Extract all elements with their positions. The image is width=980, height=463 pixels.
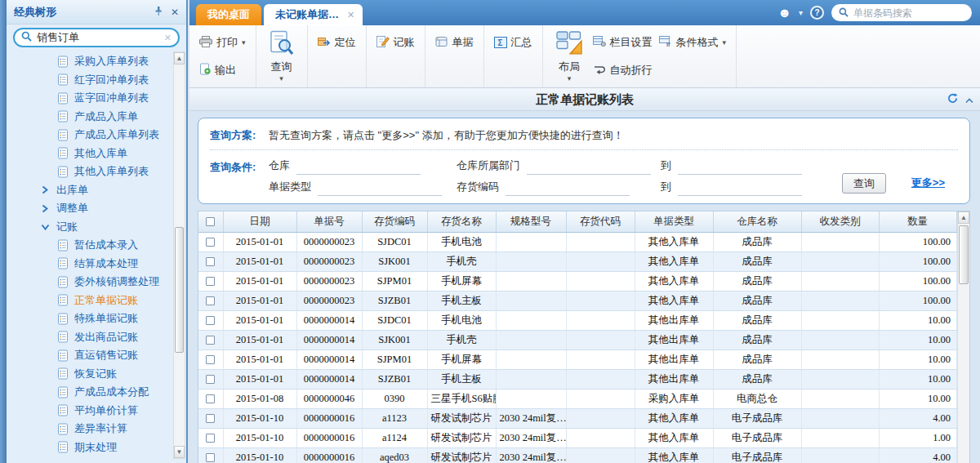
print-button[interactable]: 打印 ▾ [196, 33, 249, 51]
sidebar-item-node[interactable]: 结算成本处理 [7, 255, 186, 274]
inventory-code-input[interactable] [506, 180, 630, 196]
column-header[interactable]: 单据号 [296, 211, 362, 232]
doc-type-input[interactable] [318, 180, 442, 196]
collapse-chevron-icon[interactable] [965, 88, 973, 111]
conditional-format-button[interactable]: If 条件格式 ▾ [656, 33, 730, 51]
tab-close-icon[interactable]: ✕ [347, 10, 354, 20]
sidebar-item-node[interactable]: 其他入库单 [7, 145, 186, 163]
row-checkbox[interactable] [206, 414, 215, 423]
row-checkbox[interactable] [206, 375, 215, 384]
grid-scroll-thumb[interactable] [959, 225, 969, 284]
table-row: 2015-01-010000000023SJPM01手机屏幕其他入库单成品库10… [198, 271, 957, 291]
tab-unbooked-documents[interactable]: 未记账单据… ✕ [264, 4, 363, 25]
warehouse-input[interactable] [296, 158, 421, 175]
more-link[interactable]: 更多>> [911, 176, 945, 190]
barcode-search-input[interactable] [853, 7, 964, 19]
tab-my-desktop[interactable]: 我的桌面 [196, 4, 261, 25]
sidebar-item-node[interactable]: 期末处理 [7, 439, 186, 457]
sidebar-item-node[interactable]: 调整单 [7, 199, 186, 218]
row-checkbox[interactable] [206, 355, 215, 364]
refresh-icon[interactable] [947, 88, 958, 111]
sidebar-close-icon[interactable]: ✕ [171, 7, 179, 17]
row-checkbox[interactable] [206, 316, 215, 325]
row-checkbox[interactable] [206, 336, 215, 345]
sidebar-search-input[interactable] [37, 32, 159, 44]
sidebar-item-node[interactable]: 恢复记账 [7, 365, 186, 384]
sidebar-item-node[interactable]: 产成品入库单 [7, 108, 186, 127]
sidebar-item-node[interactable]: 委外核销调整处理 [7, 273, 186, 292]
pin-icon[interactable] [154, 6, 163, 18]
column-header[interactable]: 单据类型 [635, 211, 713, 232]
column-header[interactable]: 收发类别 [801, 211, 879, 232]
table-cell [566, 291, 635, 310]
sidebar-item-node[interactable]: 采购入库单列表 [7, 52, 186, 71]
row-checkbox[interactable] [206, 277, 215, 286]
sidebar-item-active[interactable]: 正常单据记账 [7, 292, 186, 310]
conditional-format-label: 条件格式 [676, 35, 719, 50]
sidebar-item-node[interactable]: 产成品成本分配 [7, 383, 186, 402]
row-checkbox[interactable] [206, 453, 215, 462]
sidebar-item-label: 期末处理 [74, 440, 117, 455]
summary-button[interactable]: Σ 汇总 [491, 33, 536, 51]
select-all-checkbox[interactable] [206, 217, 215, 226]
sidebar-item-node[interactable]: 蓝字回冲单列表 [7, 89, 186, 108]
sidebar-item-node[interactable]: 直运销售记账 [7, 346, 186, 365]
clear-search-icon[interactable]: ✕ [164, 33, 172, 43]
autowrap-button[interactable]: 自动折行 [590, 61, 656, 79]
chevron-down-icon[interactable]: ▾ [799, 8, 803, 17]
column-header[interactable]: 日期 [223, 211, 296, 232]
sidebar-scrollbar[interactable]: ▲ ▼ [173, 51, 185, 459]
sidebar-item-node[interactable]: 平均单价计算 [7, 402, 186, 421]
query-button[interactable]: 查询 [842, 173, 886, 194]
doc-icon [57, 166, 69, 178]
sidebar-search[interactable]: ✕ [13, 28, 180, 47]
row-checkbox[interactable] [206, 296, 215, 305]
row-checkbox[interactable] [206, 257, 215, 266]
sidebar-title: 经典树形 [14, 5, 146, 20]
sidebar-item-node[interactable]: 差异率计算 [7, 420, 186, 439]
row-checkbox[interactable] [206, 434, 215, 443]
barcode-search[interactable] [831, 4, 972, 21]
to-input-1[interactable] [678, 158, 802, 175]
scroll-up-icon[interactable]: ▲ [958, 211, 969, 224]
row-checkbox[interactable] [206, 238, 215, 247]
export-button[interactable]: 输出 [196, 61, 249, 79]
row-checkbox[interactable] [206, 394, 215, 403]
column-header[interactable]: 存货代码 [566, 211, 635, 232]
sidebar-item-node[interactable]: 红字回冲单列表 [7, 71, 186, 90]
help-icon[interactable]: ? [810, 6, 824, 20]
to-input-2[interactable] [678, 180, 802, 196]
column-header[interactable]: 存货编码 [362, 211, 427, 232]
query-toolbar-button[interactable]: 查询 ▾ [263, 29, 301, 84]
column-header[interactable]: 数量 [879, 211, 957, 232]
grid-scrollbar[interactable]: ▲ [957, 211, 969, 463]
sidebar-item-node[interactable]: 其他入库单列表 [7, 162, 186, 181]
table-cell: 2030 24mil复… [496, 408, 566, 428]
scroll-down-icon[interactable]: ▼ [174, 446, 185, 458]
column-header[interactable]: 仓库名称 [713, 211, 801, 232]
locate-button[interactable]: 定位 [314, 33, 359, 51]
table-cell [801, 369, 879, 389]
table-cell: 0000000014 [296, 369, 362, 389]
smiley-icon[interactable]: ☻ [777, 7, 791, 20]
doc-icon [57, 294, 69, 306]
sidebar-scroll-thumb[interactable] [175, 227, 184, 353]
column-settings-button[interactable]: 栏目设置 [590, 33, 656, 51]
scroll-up-icon[interactable]: ▲ [174, 52, 185, 65]
document-button[interactable]: 单据 [432, 33, 477, 51]
sidebar-item-node[interactable]: 特殊单据记账 [7, 309, 186, 328]
dock-strip [0, 0, 7, 463]
sidebar-item-node[interactable]: 暂估成本录入 [7, 236, 186, 255]
column-header[interactable]: 存货名称 [427, 211, 496, 232]
sidebar-item-node[interactable]: 记账 [7, 218, 186, 237]
select-all-header[interactable] [198, 211, 223, 232]
sidebar-item-node[interactable]: 发出商品记账 [7, 328, 186, 347]
sidebar-item-node[interactable]: 产成品入库单列表 [7, 126, 186, 145]
column-header[interactable]: 规格型号 [496, 211, 566, 232]
bookkeep-button[interactable]: 记账 [373, 33, 418, 51]
warehouse-dept-input[interactable] [527, 158, 651, 175]
layout-button[interactable]: 布局 ▾ [550, 29, 590, 84]
table-cell [801, 428, 879, 447]
table-cell: SJDC01 [362, 232, 427, 252]
sidebar-item-node[interactable]: 出库单 [7, 181, 186, 200]
